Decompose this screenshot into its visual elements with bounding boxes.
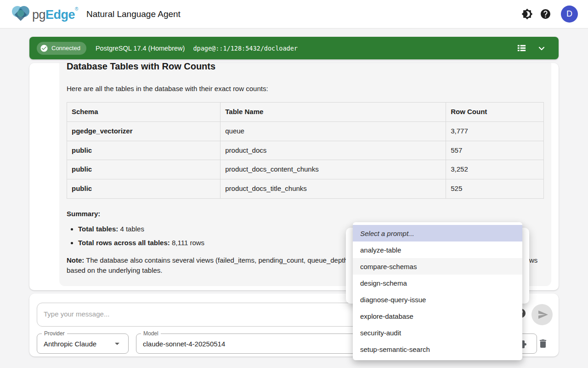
send-icon [537, 309, 548, 320]
pgedge-heart-icon [10, 4, 31, 24]
table-column-header: Schema [67, 103, 220, 122]
clear-conversation-button[interactable] [536, 337, 550, 351]
connection-status-label: Connected [51, 45, 80, 52]
message-intro: Here are all the tables in the database … [67, 84, 544, 94]
table-column-header: Row Count [446, 103, 544, 122]
prompt-menu-item[interactable]: security-audit [353, 324, 522, 341]
model-label: Model [141, 330, 161, 337]
table-row: publicproduct_docs_content_chunks3,252 [67, 160, 544, 179]
prompt-menu: Select a prompt...analyze-tablecompare-s… [353, 222, 522, 360]
prompt-menu-item[interactable]: setup-semantic-search [353, 341, 522, 357]
dropdown-arrow-icon [112, 338, 123, 349]
table-column-header: Table Name [220, 103, 446, 122]
table-cell: 3,252 [446, 160, 544, 179]
table-cell: public [67, 141, 220, 160]
connection-bar: Connected PostgreSQL 17.4 (Homebrew) dpa… [29, 37, 559, 59]
table-cell: 557 [446, 141, 544, 160]
table-cell: product_docs_content_chunks [220, 160, 446, 179]
prompt-menu-item[interactable]: design-schema [353, 275, 522, 291]
table-cell: pgedge_vectorizer [67, 121, 220, 141]
prompt-menu-placeholder[interactable]: Select a prompt... [353, 225, 522, 242]
prompt-menu-item[interactable]: analyze-table [353, 242, 522, 258]
list-icon [516, 43, 527, 53]
table-row: publicproduct_docs_title_chunks525 [67, 179, 544, 199]
prompt-menu-item[interactable]: explore-database [353, 308, 522, 324]
prompt-menu-item[interactable]: diagnose-query-issue [353, 291, 522, 308]
provider-select[interactable]: Provider Anthropic Claude [37, 334, 129, 354]
results-table: SchemaTable NameRow Count pgedge_vectori… [67, 102, 544, 199]
user-avatar[interactable]: D [561, 6, 578, 23]
server-version-label: PostgreSQL 17.4 (Homebrew) [96, 45, 185, 52]
page-title: Natural Language Agent [86, 9, 181, 19]
table-cell: 3,777 [446, 121, 544, 141]
provider-label: Provider [42, 330, 67, 337]
prompt-menu-item[interactable]: compare-schemas [353, 258, 522, 275]
model-value: claude-sonnet-4-20250514 [143, 340, 225, 348]
table-row: publicproduct_docs557 [67, 141, 544, 160]
connection-list-button[interactable] [514, 40, 529, 56]
message-heading: Database Tables with Row Counts [67, 63, 544, 73]
table-cell: public [67, 160, 220, 179]
app-header: pgEdge® Natural Language Agent D [0, 0, 588, 29]
table-cell: product_docs_title_chunks [220, 179, 446, 199]
summary-heading: Summary: [67, 209, 544, 219]
help-button[interactable] [536, 5, 554, 23]
table-cell: 525 [446, 179, 544, 199]
pgedge-logo: pgEdge® [10, 4, 78, 24]
trash-icon [537, 338, 548, 349]
dark-mode-icon [521, 8, 533, 20]
table-header-row: SchemaTable NameRow Count [67, 103, 544, 122]
send-button[interactable] [531, 304, 553, 325]
table-cell: queue [220, 121, 446, 141]
connection-expand-button[interactable] [534, 40, 549, 56]
table-cell: public [67, 179, 220, 199]
table-row: pgedge_vectorizerqueue3,777 [67, 121, 544, 141]
check-circle-icon [40, 44, 48, 52]
connection-string: dpage@::1/128:5432/docloader [193, 45, 298, 52]
provider-value: Anthropic Claude [44, 340, 112, 348]
help-icon [540, 8, 551, 20]
pgedge-wordmark: pgEdge® [32, 6, 78, 22]
connection-status-badge: Connected [37, 42, 86, 55]
chevron-down-icon [536, 43, 547, 54]
table-cell: product_docs [220, 141, 446, 160]
theme-toggle-button[interactable] [518, 5, 536, 23]
